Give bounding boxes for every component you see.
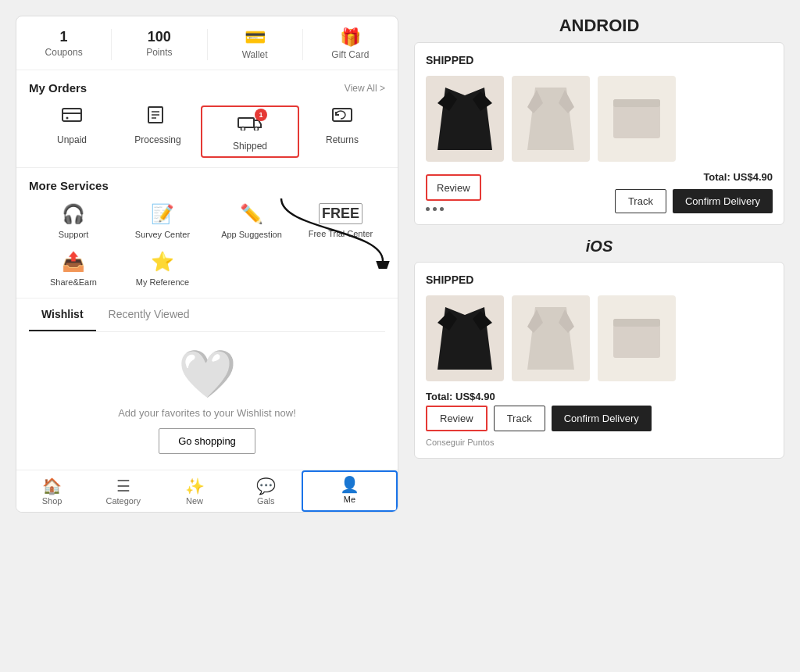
- nav-new[interactable]: ✨ New: [159, 470, 230, 512]
- category-icon: ☰: [116, 478, 130, 494]
- orders-header: My Orders View All >: [29, 81, 385, 95]
- ios-product-img-2: [512, 295, 590, 381]
- ios-label: iOS: [414, 238, 784, 256]
- android-order-status: SHIPPED: [426, 54, 773, 66]
- android-track-button[interactable]: Track: [615, 189, 666, 213]
- returns-icon: [331, 105, 353, 130]
- service-my-reference[interactable]: ⭐ My Reference: [118, 251, 207, 288]
- wallet-icon: 💳: [245, 29, 266, 46]
- android-product-img-1: [426, 76, 504, 162]
- service-survey[interactable]: 📝 Survey Center: [118, 203, 207, 240]
- stat-wallet[interactable]: 💳 Wallet: [207, 29, 302, 60]
- svg-rect-18: [613, 99, 660, 107]
- nav-me[interactable]: 👤 Me: [302, 470, 398, 512]
- nav-gals[interactable]: 💬 Gals: [230, 470, 302, 512]
- svg-rect-27: [613, 319, 660, 327]
- android-section: ANDROID SHIPPED: [414, 16, 784, 238]
- android-product-img-2: [512, 76, 590, 162]
- android-review-highlighted[interactable]: Review: [437, 182, 470, 194]
- view-all-link[interactable]: View All >: [345, 83, 385, 94]
- android-label: ANDROID: [414, 16, 784, 36]
- android-product-img-3: [598, 76, 676, 162]
- shipped-icon: 1: [238, 112, 262, 136]
- giftcard-icon: 🎁: [340, 29, 361, 46]
- services-grid: 🎧 Support 📝 Survey Center ✏️ App Suggest…: [29, 203, 385, 288]
- go-shopping-button[interactable]: Go shopping: [159, 428, 255, 454]
- ios-hint-text: Conseguir Puntos: [426, 438, 652, 447]
- ios-product-img-1: [426, 295, 504, 381]
- svg-rect-7: [238, 118, 254, 127]
- pencil-icon: ✏️: [240, 203, 263, 225]
- unpaid-icon: [61, 105, 83, 130]
- shop-icon: 🏠: [42, 478, 62, 494]
- android-order-card: SHIPPED: [414, 42, 784, 225]
- support-icon: 🎧: [62, 203, 85, 225]
- nav-category[interactable]: ☰ Category: [88, 470, 159, 512]
- tab-recently-viewed[interactable]: Recently Viewed: [96, 298, 202, 331]
- share-icon: 📤: [62, 251, 85, 273]
- reference-icon: ⭐: [151, 251, 174, 273]
- ios-section: iOS SHIPPED: [414, 238, 784, 471]
- survey-icon: 📝: [151, 203, 174, 225]
- service-share-earn[interactable]: 📤 Share&Earn: [29, 251, 118, 288]
- android-product-images: [426, 76, 773, 162]
- service-app-suggestion[interactable]: ✏️ App Suggestion: [207, 203, 296, 240]
- more-services-section: More Services 🎧 Support 📝 Survey Center …: [16, 168, 398, 298]
- ios-order-total: Total: US$4.90: [426, 391, 652, 402]
- bottom-nav: 🏠 Shop ☰ Category ✨ New 💬 Gals 👤 Me: [16, 470, 398, 512]
- svg-point-8: [241, 127, 245, 131]
- android-confirm-button[interactable]: Confirm Delivery: [673, 189, 773, 213]
- heart-icon: 🤍: [178, 351, 237, 398]
- stat-giftcard[interactable]: 🎁 Gift Card: [302, 29, 398, 60]
- ios-order-footer: Total: US$4.90 Review Track Confirm Deli…: [426, 391, 773, 447]
- ios-btn-row: Review Track Confirm Delivery: [426, 406, 652, 431]
- service-support[interactable]: 🎧 Support: [29, 203, 118, 240]
- orders-title: My Orders: [29, 81, 87, 95]
- svg-rect-0: [62, 109, 81, 121]
- order-processing[interactable]: Processing: [115, 105, 201, 158]
- right-panel: ANDROID SHIPPED: [414, 16, 784, 471]
- services-title: More Services: [29, 179, 109, 192]
- tabs-row: Wishlist Recently Viewed: [29, 298, 385, 332]
- processing-icon: [147, 105, 169, 130]
- order-icons-row: Unpaid Processing: [29, 105, 385, 158]
- stats-row: 1 Coupons 100 Points 💳 Wallet 🎁 Gift Car…: [16, 16, 398, 70]
- wishlist-empty-text: Add your favorites to your Wishlist now!: [118, 407, 296, 419]
- stat-coupons[interactable]: 1 Coupons: [16, 29, 111, 60]
- android-order-total: Total: US$4.90: [703, 171, 773, 183]
- gals-icon: 💬: [256, 478, 276, 494]
- ios-order-card: SHIPPED: [414, 262, 784, 459]
- ios-confirm-button[interactable]: Confirm Delivery: [552, 406, 652, 431]
- me-icon: 👤: [340, 477, 359, 492]
- ios-product-images: [426, 295, 773, 381]
- orders-section: My Orders View All > Unpaid: [16, 70, 398, 168]
- new-icon: ✨: [185, 478, 205, 494]
- services-header: More Services: [29, 179, 385, 192]
- ios-review-button[interactable]: Review: [426, 406, 488, 431]
- android-order-footer: Review Total: US$4.90 Track Confirm Deli…: [426, 171, 773, 213]
- ios-order-status: SHIPPED: [426, 273, 773, 286]
- tab-wishlist[interactable]: Wishlist: [29, 298, 96, 331]
- wishlist-section: Wishlist Recently Viewed 🤍 Add your favo…: [16, 298, 398, 470]
- order-returns[interactable]: Returns: [299, 105, 385, 158]
- order-shipped[interactable]: 1 Shipped: [201, 105, 299, 158]
- wishlist-empty-state: 🤍 Add your favorites to your Wishlist no…: [29, 332, 385, 470]
- stat-points[interactable]: 100 Points: [111, 29, 206, 60]
- mobile-app-panel: 1 Coupons 100 Points 💳 Wallet 🎁 Gift Car…: [16, 16, 398, 513]
- android-btn-row: Track Confirm Delivery: [615, 189, 773, 213]
- free-trial-icon: FREE: [319, 203, 362, 224]
- ios-product-img-3: [598, 295, 676, 381]
- service-free-trial[interactable]: FREE Free Trial Center: [296, 203, 385, 240]
- svg-point-2: [66, 117, 69, 120]
- order-unpaid[interactable]: Unpaid: [29, 105, 115, 158]
- nav-shop[interactable]: 🏠 Shop: [16, 470, 88, 512]
- ios-track-button[interactable]: Track: [494, 406, 545, 431]
- svg-point-9: [255, 127, 259, 131]
- android-dots-menu: [426, 207, 481, 211]
